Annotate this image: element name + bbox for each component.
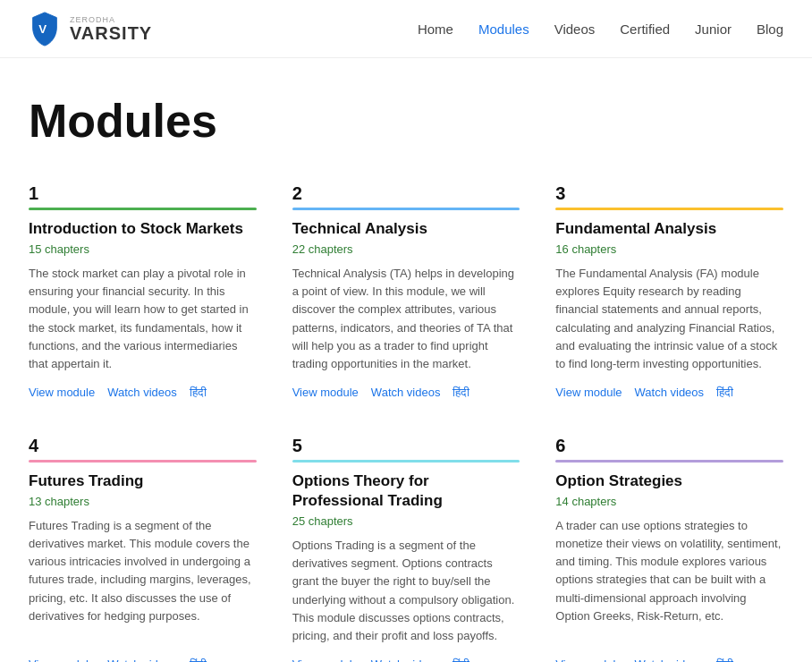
hindi-link-6[interactable]: हिंदी	[716, 658, 733, 662]
module-chapters-2: 22 chapters	[292, 242, 520, 256]
logo-shield-icon: V	[29, 11, 61, 47]
module-divider-5	[292, 460, 520, 463]
module-title-6: Option Strategies	[555, 471, 783, 491]
module-title-1: Introduction to Stock Markets	[29, 219, 257, 239]
view-module-link-6[interactable]: View module	[555, 658, 622, 662]
nav-junior[interactable]: Junior	[695, 21, 732, 37]
view-module-link-3[interactable]: View module	[555, 386, 622, 399]
watch-videos-link-5[interactable]: Watch videos	[371, 658, 441, 662]
watch-videos-link-1[interactable]: Watch videos	[107, 386, 177, 399]
module-description-4: Futures Trading is a segment of the deri…	[29, 517, 257, 645]
modules-grid: 1 Introduction to Stock Markets 15 chapt…	[29, 183, 783, 662]
module-title-3: Fundamental Analysis	[555, 219, 783, 239]
module-links-1: View module Watch videos हिंदी	[29, 386, 257, 400]
module-description-3: The Fundamental Analysis (FA) module exp…	[555, 265, 783, 373]
view-module-link-2[interactable]: View module	[292, 386, 359, 399]
module-description-1: The stock market can play a pivotal role…	[29, 265, 257, 373]
logo-area: V ZERODHA VARSITY	[29, 11, 152, 47]
module-card-6: 6 Option Strategies 14 chapters A trader…	[555, 436, 783, 662]
hindi-link-2[interactable]: हिंदी	[453, 386, 469, 400]
module-chapters-6: 14 chapters	[555, 495, 783, 508]
module-divider-3	[555, 208, 783, 210]
module-chapters-5: 25 chapters	[292, 514, 520, 528]
watch-videos-link-4[interactable]: Watch videos	[107, 658, 177, 662]
nav-modules[interactable]: Modules	[478, 21, 529, 37]
logo-text: ZERODHA VARSITY	[70, 16, 152, 42]
module-divider-4	[29, 460, 257, 463]
module-divider-1	[29, 208, 257, 210]
module-number-5: 5	[292, 436, 520, 456]
module-number-1: 1	[29, 183, 257, 204]
module-number-2: 2	[292, 183, 520, 204]
module-title-4: Futures Trading	[29, 471, 257, 491]
page-content: Modules 1 Introduction to Stock Markets …	[0, 58, 812, 662]
module-chapters-3: 16 chapters	[555, 242, 783, 256]
header: V ZERODHA VARSITY Home Modules Videos Ce…	[0, 0, 812, 58]
watch-videos-link-2[interactable]: Watch videos	[371, 386, 441, 399]
nav-home[interactable]: Home	[418, 21, 453, 37]
watch-videos-link-3[interactable]: Watch videos	[635, 386, 705, 399]
varsity-label: VARSITY	[70, 24, 152, 42]
module-chapters-1: 15 chapters	[29, 242, 257, 256]
hindi-link-3[interactable]: हिंदी	[716, 386, 733, 400]
view-module-link-1[interactable]: View module	[29, 386, 95, 399]
module-card-1: 1 Introduction to Stock Markets 15 chapt…	[29, 183, 257, 400]
view-module-link-4[interactable]: View module	[29, 658, 95, 662]
module-description-2: Technical Analysis (TA) helps in develop…	[292, 265, 520, 373]
module-number-3: 3	[555, 183, 783, 204]
module-card-5: 5 Options Theory for Professional Tradin…	[292, 436, 520, 662]
hindi-link-1[interactable]: हिंदी	[190, 386, 207, 400]
module-number-4: 4	[29, 436, 257, 456]
hindi-link-4[interactable]: हिंदी	[190, 658, 207, 662]
module-chapters-4: 13 chapters	[29, 495, 257, 508]
nav-blog[interactable]: Blog	[757, 21, 783, 37]
module-divider-2	[292, 208, 520, 210]
module-card-4: 4 Futures Trading 13 chapters Futures Tr…	[29, 436, 257, 662]
module-title-2: Technical Analysis	[292, 219, 520, 239]
module-links-6: View module Watch videos हिंदी	[555, 658, 783, 662]
svg-text:V: V	[38, 22, 47, 36]
module-links-5: View module Watch videos हिंदी	[292, 658, 520, 662]
watch-videos-link-6[interactable]: Watch videos	[635, 658, 705, 662]
nav-certified[interactable]: Certified	[620, 21, 670, 37]
module-card-2: 2 Technical Analysis 22 chapters Technic…	[292, 183, 520, 400]
page-title: Modules	[29, 94, 783, 148]
module-title-5: Options Theory for Professional Trading	[292, 471, 520, 511]
hindi-link-5[interactable]: हिंदी	[453, 658, 469, 662]
module-description-6: A trader can use options strategies to m…	[555, 517, 783, 645]
module-links-2: View module Watch videos हिंदी	[292, 386, 520, 400]
main-nav: Home Modules Videos Certified Junior Blo…	[418, 21, 783, 37]
nav-videos[interactable]: Videos	[554, 21, 596, 37]
module-divider-6	[555, 460, 783, 463]
module-number-6: 6	[555, 436, 783, 456]
module-description-5: Options Trading is a segment of the deri…	[292, 537, 520, 645]
module-card-3: 3 Fundamental Analysis 16 chapters The F…	[555, 183, 783, 400]
module-links-4: View module Watch videos हिंदी	[29, 658, 257, 662]
module-links-3: View module Watch videos हिंदी	[555, 386, 783, 400]
view-module-link-5[interactable]: View module	[292, 658, 359, 662]
